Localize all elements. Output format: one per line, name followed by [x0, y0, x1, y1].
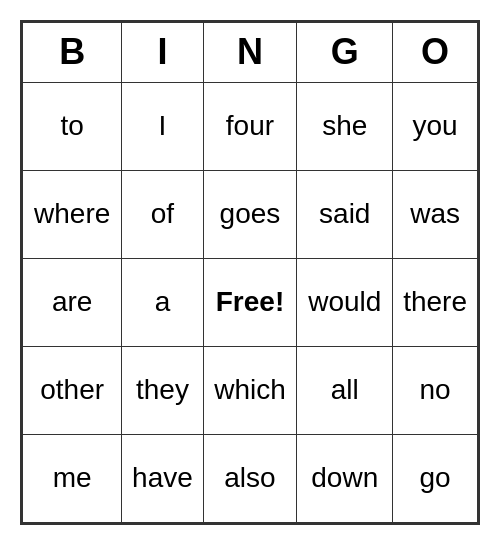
header-n: N [203, 22, 297, 82]
cell-r5-i: have [122, 434, 203, 522]
cell-r1-n: four [203, 82, 297, 170]
table-row: other they which all no [23, 346, 478, 434]
table-row: are a Free! would there [23, 258, 478, 346]
cell-r1-b: to [23, 82, 122, 170]
cell-r5-o: go [393, 434, 478, 522]
table-row: to I four she you [23, 82, 478, 170]
cell-r3-o: there [393, 258, 478, 346]
cell-r3-b: are [23, 258, 122, 346]
header-b: B [23, 22, 122, 82]
cell-r4-i: they [122, 346, 203, 434]
header-i: I [122, 22, 203, 82]
cell-r3-i: a [122, 258, 203, 346]
cell-r2-o: was [393, 170, 478, 258]
cell-r1-o: you [393, 82, 478, 170]
cell-r2-g: said [297, 170, 393, 258]
header-row: B I N G O [23, 22, 478, 82]
table-row: me have also down go [23, 434, 478, 522]
table-row: where of goes said was [23, 170, 478, 258]
bingo-card: B I N G O to I four she you where of goe… [20, 20, 480, 525]
cell-r5-g: down [297, 434, 393, 522]
header-o: O [393, 22, 478, 82]
header-g: G [297, 22, 393, 82]
cell-r2-n: goes [203, 170, 297, 258]
cell-r4-g: all [297, 346, 393, 434]
cell-r3-g: would [297, 258, 393, 346]
cell-r2-i: of [122, 170, 203, 258]
cell-r3-n: Free! [203, 258, 297, 346]
cell-r4-o: no [393, 346, 478, 434]
cell-r5-n: also [203, 434, 297, 522]
cell-r2-b: where [23, 170, 122, 258]
cell-r5-b: me [23, 434, 122, 522]
cell-r1-i: I [122, 82, 203, 170]
cell-r4-b: other [23, 346, 122, 434]
cell-r4-n: which [203, 346, 297, 434]
cell-r1-g: she [297, 82, 393, 170]
bingo-table: B I N G O to I four she you where of goe… [22, 22, 478, 523]
